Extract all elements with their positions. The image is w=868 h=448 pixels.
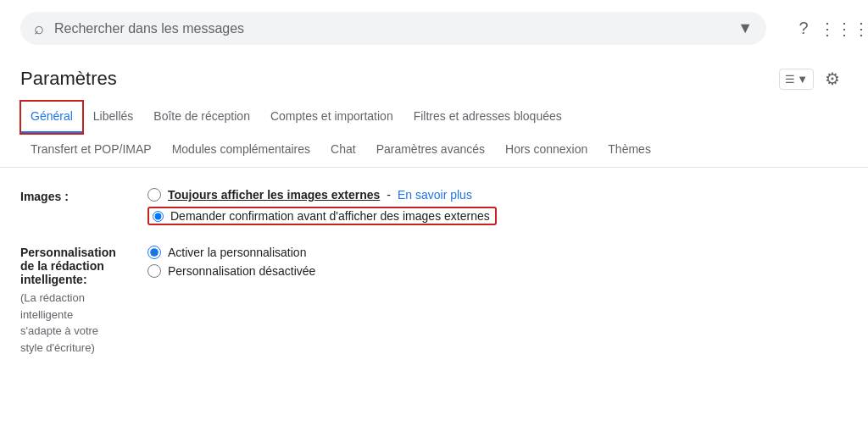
tabs-row-1: Général Libellés Boîte de réception Comp… xyxy=(0,101,868,168)
smart-compose-radio-1[interactable] xyxy=(147,246,161,259)
images-option-2-label[interactable]: Demander confirmation avant d'afficher d… xyxy=(170,209,490,223)
images-dash: - xyxy=(387,188,391,202)
search-dropdown-arrow-icon[interactable]: ▼ xyxy=(737,19,753,37)
tab-boite[interactable]: Boîte de réception xyxy=(143,101,260,134)
smart-compose-options: Activer la personnalisation Personnalisa… xyxy=(147,246,315,278)
top-bar: ⌕ ▼ ? ⋮⋮⋮ xyxy=(0,0,868,57)
images-learn-more-link[interactable]: En savoir plus xyxy=(398,188,472,202)
smart-compose-option-1-label[interactable]: Activer la personnalisation xyxy=(168,246,306,259)
tab-chat[interactable]: Chat xyxy=(320,134,366,167)
search-bar[interactable]: ⌕ ▼ xyxy=(20,12,766,45)
tab-hors-connexion[interactable]: Hors connexion xyxy=(495,134,598,167)
settings-content: Images : Toujours afficher les images ex… xyxy=(0,168,868,390)
smart-compose-label-detail: (La rédactionintelligentes'adapte à votr… xyxy=(20,290,116,356)
smart-compose-label-block: Personnalisation de la rédaction intelli… xyxy=(20,246,147,356)
tab-filtres[interactable]: Filtres et adresses bloquées xyxy=(403,101,572,134)
smart-compose-setting-row: Personnalisation de la rédaction intelli… xyxy=(20,246,848,356)
smart-compose-option-2: Personnalisation désactivée xyxy=(147,264,315,278)
search-icon: ⌕ xyxy=(34,19,44,38)
smart-compose-radio-2[interactable] xyxy=(147,264,161,278)
search-input[interactable] xyxy=(54,21,737,36)
smart-compose-label-sub: de la rédaction xyxy=(20,259,116,273)
images-label: Images : xyxy=(20,188,147,203)
smart-compose-option-1: Activer la personnalisation xyxy=(147,246,315,259)
images-setting-row: Images : Toujours afficher les images ex… xyxy=(20,188,848,225)
tabs-row-1-inner: Général Libellés Boîte de réception Comp… xyxy=(20,101,848,134)
tab-general[interactable]: Général xyxy=(20,101,83,134)
images-option-1-label[interactable]: Toujours afficher les images externes xyxy=(168,188,380,202)
images-radio-1[interactable] xyxy=(147,188,161,202)
density-button[interactable]: ☰ ▼ xyxy=(779,69,814,90)
tabs-row-2-inner: Transfert et POP/IMAP Modules complément… xyxy=(20,134,848,167)
smart-compose-label-main: Personnalisation xyxy=(20,246,116,259)
header-right: ☰ ▼ ⚙ xyxy=(779,64,848,94)
images-options: Toujours afficher les images externes - … xyxy=(147,188,497,225)
images-option-2-highlighted: Demander confirmation avant d'afficher d… xyxy=(147,207,497,225)
tab-themes[interactable]: Thèmes xyxy=(598,134,661,167)
density-dropdown-icon: ▼ xyxy=(797,73,808,86)
smart-compose-label-end: intelligente: xyxy=(20,273,116,286)
images-option-1: Toujours afficher les images externes - … xyxy=(147,188,497,202)
apps-button[interactable]: ⋮⋮⋮ xyxy=(827,12,861,46)
images-radio-2[interactable] xyxy=(153,211,164,222)
smart-compose-option-2-label[interactable]: Personnalisation désactivée xyxy=(168,264,315,278)
settings-gear-button[interactable]: ⚙ xyxy=(817,64,848,94)
density-icon: ☰ xyxy=(785,73,795,86)
top-bar-right: ? ⋮⋮⋮ xyxy=(787,12,861,46)
tab-libelles[interactable]: Libellés xyxy=(83,101,143,134)
page-header: Paramètres ☰ ▼ ⚙ xyxy=(0,57,868,101)
tab-comptes[interactable]: Comptes et importation xyxy=(260,101,403,134)
tab-transfert[interactable]: Transfert et POP/IMAP xyxy=(20,134,162,167)
tab-modules[interactable]: Modules complémentaires xyxy=(162,134,320,167)
page-title: Paramètres xyxy=(20,68,117,90)
smart-compose-radio-1-inline: Personnalisation de la rédaction intelli… xyxy=(20,246,116,356)
tab-params-avances[interactable]: Paramètres avancés xyxy=(366,134,495,167)
help-button[interactable]: ? xyxy=(787,12,821,46)
